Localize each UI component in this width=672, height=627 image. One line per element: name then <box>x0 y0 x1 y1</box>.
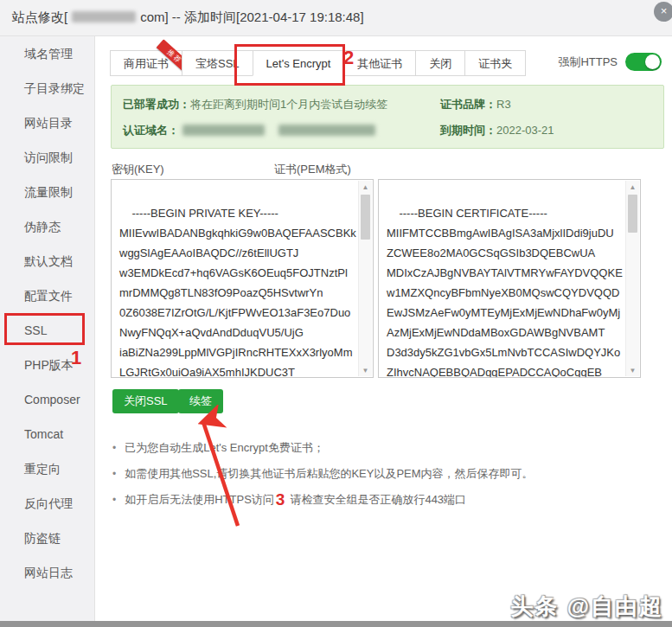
sidebar-item-reverse-proxy[interactable]: 反向代理 <box>0 486 94 521</box>
bullet-icon: • <box>112 442 116 454</box>
sidebar-item-subdir-bind[interactable]: 子目录绑定 <box>0 71 94 106</box>
private-key-content: -----BEGIN PRIVATE KEY----- MIIEvwIBADAN… <box>119 207 356 378</box>
bullet-icon: • <box>112 494 116 506</box>
note-https-port-text-pre: 如开启后无法使用HTTPS访问 <box>125 493 274 506</box>
watermark: 头条 @自由超 <box>510 592 663 622</box>
bullet-icon: • <box>112 468 116 480</box>
ssl-tab-strip: 商用证书推荐 宝塔SSL Let's Encrypt 其他证书 关闭 证书夹 <box>111 50 526 76</box>
pem-cert-label: 证书(PEM格式) <box>274 162 351 177</box>
note-auto-generated-text: 已为您自动生成Let's Encrypt免费证书； <box>125 441 324 454</box>
tab-lets-encrypt[interactable]: Let's Encrypt <box>253 50 345 76</box>
sidebar-item-composer[interactable]: Composer <box>0 382 94 417</box>
window-title-bar: 站点修改[com] -- 添加时间[2021-04-17 19:18:48] × <box>0 0 672 36</box>
sidebar-item-domain-manage[interactable]: 域名管理 <box>0 36 94 71</box>
deploy-status-text: 将在距离到期时间1个月内尝试自动续签 <box>190 98 387 111</box>
tab-close[interactable]: 关闭 <box>415 50 465 76</box>
scrollbar-thumb[interactable] <box>361 195 370 240</box>
expire-date-value: 2022-03-21 <box>496 124 554 137</box>
scroll-up-icon[interactable]: ▲ <box>359 181 372 193</box>
close-icon[interactable]: × <box>654 2 672 22</box>
sidebar-item-php-version[interactable]: PHP版本 <box>0 348 94 382</box>
sidebar-item-site-dir[interactable]: 网站目录 <box>0 106 94 140</box>
sidebar: 域名管理 子目录绑定 网站目录 访问限制 流量限制 伪静态 默认文档 配置文件 … <box>0 36 95 621</box>
tab-commercial-cert[interactable]: 商用证书推荐 <box>110 50 182 76</box>
note-other-ssl: •如需使用其他SSL,请切换其他证书后粘贴您的KEY以及PEM内容，然后保存即可… <box>112 461 534 487</box>
force-https-label: 强制HTTPS <box>558 54 618 70</box>
scroll-up-icon[interactable]: ▲ <box>626 181 639 193</box>
blurred-auth-domain-1 <box>182 125 265 136</box>
sidebar-item-site-log[interactable]: 网站日志 <box>0 555 94 590</box>
annotation-step-3: 3 <box>276 490 285 509</box>
scrollbar-thumb[interactable] <box>628 195 637 233</box>
cert-scrollbar[interactable]: ▲ ▼ <box>625 181 639 376</box>
sidebar-item-access-limit[interactable]: 访问限制 <box>0 140 94 175</box>
toggle-knob <box>645 54 660 69</box>
tab-other-cert[interactable]: 其他证书 <box>343 50 416 76</box>
title-suffix: com] -- 添加时间[2021-04-17 19:18:48] <box>140 10 363 24</box>
sidebar-item-traffic-limit[interactable]: 流量限制 <box>0 175 94 209</box>
tab-commercial-cert-label: 商用证书 <box>124 57 169 70</box>
close-ssl-button[interactable]: 关闭SSL <box>112 389 179 413</box>
sidebar-item-anti-leech[interactable]: 防盗链 <box>0 521 94 555</box>
note-https-port: •如开启后无法使用HTTPS访问3请检查安全组是否正确放行443端口 <box>112 487 534 513</box>
sidebar-item-ssl[interactable]: SSL <box>0 313 94 348</box>
private-key-label: 密钥(KEY) <box>112 162 164 177</box>
force-https-group: 强制HTTPS <box>558 53 662 71</box>
tab-bt-ssl[interactable]: 宝塔SSL <box>182 50 253 76</box>
sidebar-item-default-doc[interactable]: 默认文档 <box>0 244 94 278</box>
pem-cert-content: -----BEGIN CERTIFICATE----- MIIFMTCCBBmg… <box>387 207 623 378</box>
deploy-status-box: 已部署成功：将在距离到期时间1个月内尝试自动续签 认证域名： 证书品牌：R3 到… <box>111 85 664 149</box>
key-scrollbar[interactable]: ▲ ▼ <box>358 181 372 376</box>
renew-button[interactable]: 续签 <box>178 389 223 413</box>
cert-brand-value: R3 <box>496 98 511 111</box>
pem-cert-textarea[interactable]: -----BEGIN CERTIFICATE----- MIIFMTCCBBmg… <box>378 179 641 378</box>
auth-domain-label: 认证域名： <box>123 124 179 137</box>
window-title: 站点修改[com] -- 添加时间[2021-04-17 19:18:48] <box>12 10 364 26</box>
cert-brand-label: 证书品牌： <box>440 98 496 111</box>
deploy-status-label: 已部署成功： <box>123 98 190 111</box>
force-https-toggle[interactable] <box>625 53 662 71</box>
blurred-auth-domain-2 <box>278 125 375 136</box>
sidebar-item-config-file[interactable]: 配置文件 <box>0 278 94 313</box>
sidebar-item-rewrite[interactable]: 伪静态 <box>0 209 94 244</box>
bottom-bar <box>0 621 672 627</box>
note-https-port-text-post: 请检查安全组是否正确放行443端口 <box>290 493 466 506</box>
blurred-domain <box>72 11 136 22</box>
sidebar-item-redirect[interactable]: 重定向 <box>0 451 94 486</box>
scroll-down-icon[interactable]: ▼ <box>359 364 372 376</box>
scroll-down-icon[interactable]: ▼ <box>626 364 639 376</box>
expire-date-label: 到期时间： <box>440 124 496 137</box>
private-key-textarea[interactable]: -----BEGIN PRIVATE KEY----- MIIEvwIBADAN… <box>111 179 374 378</box>
sidebar-item-tomcat[interactable]: Tomcat <box>0 417 94 451</box>
note-other-ssl-text: 如需使用其他SSL,请切换其他证书后粘贴您的KEY以及PEM内容，然后保存即可。 <box>125 467 533 480</box>
note-auto-generated: •已为您自动生成Let's Encrypt免费证书； <box>112 435 534 461</box>
tab-cert-folder[interactable]: 证书夹 <box>464 50 526 76</box>
notes-list: •已为您自动生成Let's Encrypt免费证书； •如需使用其他SSL,请切… <box>112 435 534 513</box>
title-prefix: 站点修改[ <box>12 10 67 24</box>
